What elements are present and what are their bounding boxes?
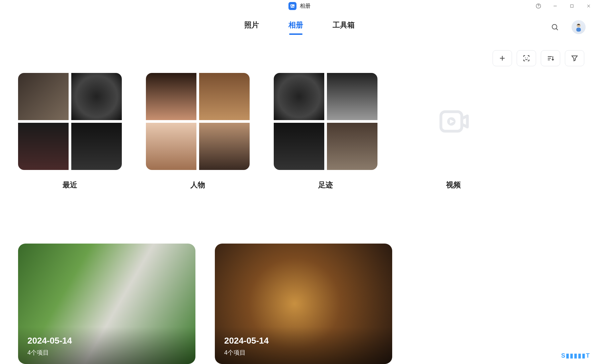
video-placeholder-icon [402, 73, 505, 170]
album-item-count: 4个项目 [224, 349, 383, 357]
tab-toolbox[interactable]: 工具箱 [333, 20, 355, 34]
category-footprints[interactable]: 足迹 [274, 73, 377, 190]
svg-point-3 [538, 7, 538, 7]
category-people-label: 人物 [146, 180, 250, 190]
sort-button[interactable] [541, 50, 560, 66]
svg-line-9 [557, 29, 558, 30]
svg-rect-11 [576, 28, 581, 32]
thumb [327, 73, 377, 120]
svg-rect-0 [290, 4, 294, 7]
category-footprints-thumbs [274, 73, 377, 170]
main-tabs: 照片 相册 工具箱 [244, 20, 355, 34]
svg-rect-5 [571, 5, 573, 7]
add-album-button[interactable] [493, 50, 512, 66]
profile-avatar[interactable] [572, 20, 586, 34]
titlebar: 相册 [0, 0, 599, 12]
minimize-button[interactable] [547, 1, 563, 11]
thumb [146, 123, 196, 170]
category-people-thumbs [146, 73, 250, 170]
app-icon [288, 2, 296, 10]
category-footprints-label: 足迹 [274, 180, 377, 190]
user-albums: 2024-05-14 4个项目 2024-05-14 4个项目 [18, 244, 581, 364]
category-video-label: 视频 [402, 180, 505, 190]
category-video[interactable]: 视频 [402, 73, 505, 190]
tab-photos[interactable]: 照片 [244, 20, 259, 34]
close-button[interactable] [581, 1, 596, 11]
category-people[interactable]: 人物 [146, 73, 250, 190]
thumb [199, 123, 250, 170]
album-toolbar [0, 42, 599, 73]
thumb [199, 73, 250, 120]
thumb [274, 73, 324, 120]
svg-point-14 [525, 58, 526, 58]
filter-button[interactable] [565, 50, 584, 66]
svg-point-8 [552, 24, 557, 29]
user-album-card[interactable]: 2024-05-14 4个项目 [18, 244, 195, 364]
thumb [146, 73, 196, 120]
thumb [71, 123, 122, 170]
thumb [18, 73, 69, 120]
svg-point-15 [527, 58, 528, 58]
watermark: S▮▮▮▮▮T [561, 352, 590, 359]
album-title: 2024-05-14 [224, 336, 383, 346]
thumb [274, 123, 324, 170]
smart-categories: 最近 人物 足迹 视频 [18, 73, 581, 190]
category-recent-label: 最近 [18, 180, 122, 190]
face-recognize-button[interactable] [517, 50, 536, 66]
content-area: 最近 人物 足迹 视频 [0, 73, 599, 364]
thumb [71, 73, 122, 120]
help-button[interactable] [531, 1, 546, 11]
search-button[interactable] [550, 22, 560, 32]
category-recent-thumbs [18, 73, 122, 170]
album-overlay: 2024-05-14 4个项目 [215, 327, 392, 364]
main-header: 照片 相册 工具箱 [0, 12, 599, 42]
thumb [18, 123, 69, 170]
category-recent[interactable]: 最近 [18, 73, 122, 190]
album-title: 2024-05-14 [27, 336, 186, 346]
app-title: 相册 [300, 3, 311, 10]
album-item-count: 4个项目 [27, 349, 186, 357]
maximize-button[interactable] [564, 1, 580, 11]
user-album-card[interactable]: 2024-05-14 4个项目 [215, 244, 392, 364]
thumb [327, 123, 377, 170]
tab-albums[interactable]: 相册 [288, 20, 303, 34]
album-overlay: 2024-05-14 4个项目 [18, 327, 195, 364]
